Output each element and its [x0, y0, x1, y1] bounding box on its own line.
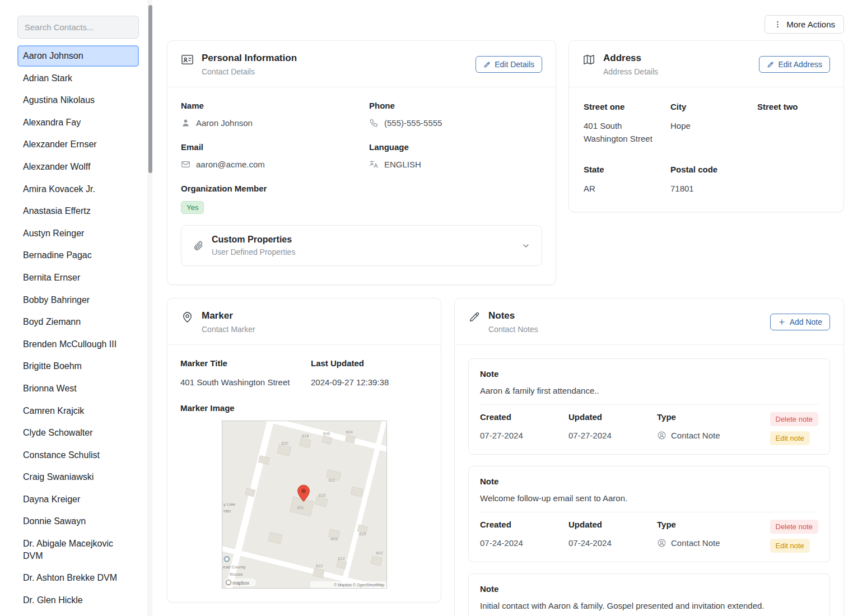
plus-icon — [778, 318, 786, 326]
custom-properties-title: Custom Properties — [212, 235, 295, 245]
notes-card: Notes Contact Notes Add Note Note Aaron … — [454, 298, 844, 616]
note-item: Note Welcome follow-up email sent to Aar… — [468, 466, 830, 562]
map-label: 403 — [330, 536, 337, 542]
map-place-label: ead County — [222, 564, 245, 570]
note-updated-label: Updated — [568, 412, 657, 422]
last-updated-label: Last Updated — [311, 358, 428, 368]
street-two-label: Street two — [757, 102, 819, 111]
notes-list: Note Aaron & family first attendance.. C… — [455, 345, 843, 616]
org-member-badge: Yes — [181, 201, 204, 214]
custom-properties-subtitle: User Defined Properties — [212, 248, 295, 256]
delete-note-button[interactable]: Delete note — [770, 520, 819, 534]
note-item: Note Initial contact with Aaron & family… — [468, 573, 830, 616]
marker-subtitle: Contact Marker — [202, 325, 255, 334]
contact-list-item[interactable]: Dr. Abigale Macejkovic DVM — [17, 533, 139, 566]
note-created-label: Created — [480, 412, 568, 422]
marker-title-label: Marker Title — [180, 358, 311, 368]
map-label: 618 — [302, 433, 309, 438]
personal-information-card: Personal Information Contact Details Edi… — [167, 40, 556, 285]
contact-list-item[interactable]: Brenden McCullough III — [17, 334, 139, 355]
chevron-down-icon[interactable] — [521, 241, 530, 250]
contact-list-item[interactable]: Alexzander Ernser — [17, 134, 139, 155]
contact-list-item[interactable]: Donnie Sawayn — [17, 511, 139, 532]
note-updated-value: 07-27-2024 — [568, 430, 657, 440]
contact-list-item[interactable]: Adrian Stark — [17, 68, 139, 89]
contact-list-item[interactable]: Brionna West — [17, 378, 139, 399]
contact-list-item[interactable]: Dr. Ashton Brekke DVM — [17, 567, 139, 589]
contacts-sidebar: Aaron Johnson Adrian Stark Agustina Niko… — [0, 0, 152, 616]
note-text: Welcome follow-up email sent to Aaron. — [480, 493, 818, 503]
state-label: State — [584, 165, 660, 174]
postal-code-label: Postal code — [670, 165, 747, 174]
map-label: 615 — [318, 493, 325, 498]
contact-list-item[interactable]: Dr. Heloise Reilly DDS — [17, 612, 139, 616]
person-circle-icon — [657, 538, 666, 548]
personal-info-subtitle: Contact Details — [202, 67, 297, 76]
custom-properties-toggle[interactable]: Custom Properties User Defined Propertie… — [181, 225, 542, 266]
phone-label: Phone — [369, 101, 542, 110]
map-label: 620 — [281, 441, 288, 446]
contact-list-item[interactable]: Clyde Schowalter — [17, 422, 139, 444]
contact-list-item[interactable]: Brigitte Boehm — [17, 356, 139, 377]
map-label: 610 — [359, 531, 366, 536]
contacts-sidebar-inner: Aaron Johnson Adrian Stark Agustina Niko… — [0, 0, 148, 616]
scrollbar-thumb[interactable] — [148, 5, 152, 173]
edit-address-button[interactable]: Edit Address — [759, 56, 830, 73]
search-input[interactable] — [17, 16, 139, 39]
contact-list-item[interactable]: Austyn Reinger — [17, 223, 139, 244]
contact-list-item[interactable]: Bernita Ernser — [17, 267, 139, 288]
note-heading: Note — [480, 369, 818, 379]
contact-list-item[interactable]: Anastasia Effertz — [17, 200, 139, 222]
map-label: 604 — [346, 430, 352, 435]
edit-details-button[interactable]: Edit Details — [476, 56, 542, 73]
contact-list-item[interactable]: Amira Kovacek Jr. — [17, 179, 139, 200]
mapbox-logo: mapbox — [223, 578, 256, 586]
location-pin-icon — [181, 311, 194, 324]
delete-note-button[interactable]: Delete note — [770, 412, 819, 426]
svg-text:© Mapbox © OpenStreetMap: © Mapbox © OpenStreetMap — [334, 583, 384, 587]
contact-list-item[interactable]: Aaron Johnson — [17, 45, 139, 67]
contact-list-item[interactable]: Camren Krajcik — [17, 400, 139, 422]
map-label: 622 — [315, 563, 322, 568]
map-label: 401 — [297, 505, 304, 510]
person-icon — [181, 118, 190, 128]
note-updated-value: 07-24-2024 — [568, 538, 657, 548]
note-text: Initial contact with Aaron & family. Gos… — [480, 601, 818, 610]
personal-info-title: Personal Information — [202, 53, 297, 64]
edit-note-button[interactable]: Edit note — [770, 539, 810, 553]
phone-icon — [369, 118, 379, 128]
more-actions-button[interactable]: More Actions — [765, 15, 844, 34]
note-text: Aaron & family first attendance.. — [480, 386, 818, 395]
contact-list-item[interactable]: Dayna Kreiger — [17, 489, 139, 510]
contact-list-item[interactable]: Dr. Glen Hickle — [17, 590, 139, 611]
language-label: Language — [369, 142, 542, 152]
edit-details-label: Edit Details — [495, 60, 534, 69]
sidebar-scrollbar[interactable] — [148, 0, 152, 616]
note-type-value: Contact Note — [671, 538, 720, 548]
svg-text:mapbox: mapbox — [232, 580, 249, 586]
contact-list-item[interactable]: Alexzander Wolff — [17, 156, 139, 178]
contact-list-item[interactable]: Craig Swaniawski — [17, 466, 139, 488]
name-label: Name — [181, 101, 369, 110]
note-created-label: Created — [480, 520, 568, 529]
contact-list-item[interactable]: Alexandra Fay — [17, 112, 139, 133]
contact-list-item[interactable]: Constance Schulist — [17, 445, 139, 466]
name-value: Aaron Johnson — [196, 118, 253, 128]
contact-list: Aaron Johnson Adrian Stark Agustina Niko… — [17, 45, 139, 616]
contact-list-item[interactable]: Bernadine Pagac — [17, 245, 139, 266]
map-label: 606 — [323, 431, 329, 436]
edit-address-label: Edit Address — [778, 60, 822, 69]
add-note-button[interactable]: Add Note — [770, 314, 830, 330]
contact-list-item[interactable]: Agustina Nikolaus — [17, 90, 139, 111]
map-place-label: thouse — [229, 572, 243, 577]
more-actions-label: More Actions — [786, 20, 835, 29]
map-label: 611 — [328, 478, 335, 483]
envelope-icon — [181, 160, 190, 169]
contact-list-item[interactable]: Boyd Ziemann — [17, 311, 139, 333]
contact-list-item[interactable]: Bobby Bahringer — [17, 290, 139, 311]
notes-title: Notes — [488, 310, 538, 321]
person-circle-icon — [657, 431, 666, 440]
edit-note-button[interactable]: Edit note — [770, 431, 810, 445]
add-note-label: Add Note — [790, 318, 822, 326]
language-value: ENGLISH — [384, 160, 421, 169]
